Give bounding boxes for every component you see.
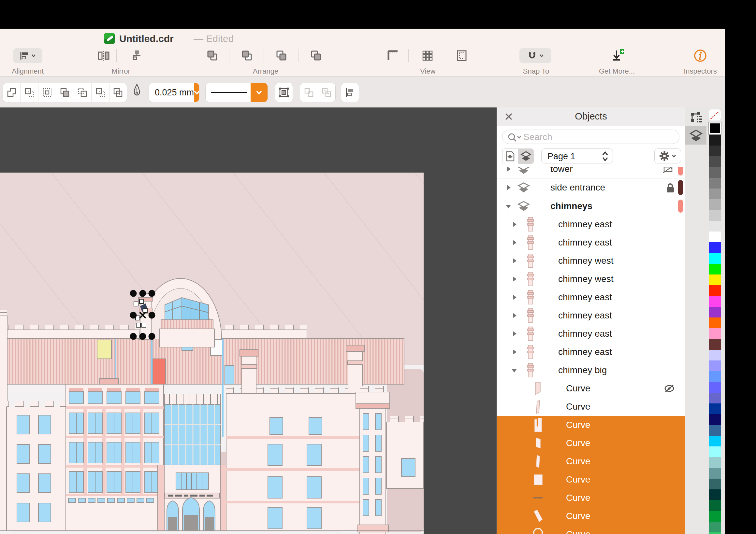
color-swatch[interactable] xyxy=(709,199,721,210)
color-swatch[interactable] xyxy=(709,500,721,511)
divide-icon[interactable] xyxy=(74,83,92,102)
disclosure-right-icon[interactable] xyxy=(511,239,518,246)
object-row[interactable]: Curve xyxy=(497,397,685,416)
object-row[interactable]: Curve xyxy=(497,525,685,534)
color-swatch[interactable] xyxy=(709,350,721,361)
disclosure-right-icon[interactable] xyxy=(511,221,518,228)
structure-icon[interactable] xyxy=(130,49,143,63)
bring-forward-icon[interactable] xyxy=(240,49,254,63)
object-row[interactable]: chimney west xyxy=(497,252,685,270)
search-field[interactable] xyxy=(502,130,679,144)
send-back-icon[interactable] xyxy=(310,49,323,63)
layer-row[interactable]: chimneys xyxy=(497,197,685,215)
page-guides-icon[interactable] xyxy=(456,49,469,63)
alignment-button[interactable] xyxy=(13,48,42,63)
grid-icon[interactable] xyxy=(421,49,434,63)
color-swatch[interactable] xyxy=(709,122,721,134)
disclosure-right-icon[interactable] xyxy=(505,167,512,173)
color-swatch[interactable] xyxy=(709,167,721,178)
send-backward-icon[interactable] xyxy=(275,49,288,63)
object-row[interactable]: Curve xyxy=(497,507,685,525)
color-swatch[interactable] xyxy=(709,318,721,328)
color-swatch[interactable] xyxy=(709,221,721,232)
lock-icon[interactable] xyxy=(665,182,675,195)
object-row[interactable]: chimney east xyxy=(497,325,685,343)
object-row[interactable]: chimney west xyxy=(497,270,685,288)
layer-row[interactable]: tower xyxy=(497,167,685,178)
search-input[interactable] xyxy=(523,131,674,143)
color-swatch[interactable] xyxy=(709,339,721,350)
color-swatch[interactable] xyxy=(709,361,721,371)
ungroup-icon[interactable] xyxy=(300,83,318,102)
color-swatch[interactable] xyxy=(709,414,721,425)
disclosure-right-icon[interactable] xyxy=(511,275,518,283)
color-swatch[interactable] xyxy=(709,210,721,221)
flip-horizontal-icon[interactable] xyxy=(97,49,110,63)
color-swatch[interactable] xyxy=(709,285,721,296)
color-swatch[interactable] xyxy=(709,307,721,318)
bring-front-icon[interactable] xyxy=(206,49,219,63)
no-color-swatch[interactable] xyxy=(709,110,721,120)
info-circle-icon[interactable] xyxy=(693,49,707,63)
color-swatch[interactable] xyxy=(709,511,721,521)
color-swatch[interactable] xyxy=(709,479,721,489)
object-row[interactable]: chimney east xyxy=(497,215,685,234)
snap-to-button[interactable] xyxy=(520,48,551,63)
panel-options-button[interactable] xyxy=(654,148,681,164)
pen-nib-icon[interactable] xyxy=(130,84,143,98)
page-selector[interactable]: Page 1 xyxy=(541,148,613,164)
line-style-dropdown[interactable] xyxy=(205,83,268,102)
combine-icon[interactable] xyxy=(110,83,127,102)
stroke-width-dropdown[interactable]: 0.025 mm xyxy=(148,83,200,102)
object-row[interactable]: chimney east xyxy=(497,306,685,325)
color-swatch[interactable] xyxy=(709,382,721,393)
color-swatch[interactable] xyxy=(709,489,721,500)
color-swatch[interactable] xyxy=(709,446,721,457)
color-swatch[interactable] xyxy=(709,532,721,534)
layer-color-tag[interactable] xyxy=(678,180,683,195)
object-row[interactable]: Curve xyxy=(497,379,685,397)
object-row[interactable]: Curve xyxy=(497,489,685,507)
color-swatch[interactable] xyxy=(709,425,721,436)
intersect-icon[interactable] xyxy=(39,83,56,102)
disclosure-right-icon[interactable] xyxy=(511,294,518,301)
object-row[interactable]: Curve xyxy=(497,416,685,434)
layer-color-tag[interactable] xyxy=(678,167,683,175)
color-swatch[interactable] xyxy=(709,178,721,189)
color-swatch[interactable] xyxy=(709,145,721,156)
object-row[interactable]: chimney east xyxy=(497,288,685,306)
hidden-icon[interactable] xyxy=(662,167,675,176)
color-swatch[interactable] xyxy=(709,436,721,446)
exclude-icon[interactable] xyxy=(56,83,74,102)
color-swatch[interactable] xyxy=(709,253,721,264)
object-row[interactable]: Curve xyxy=(497,452,685,470)
color-swatch[interactable] xyxy=(709,328,721,339)
color-swatch[interactable] xyxy=(709,296,721,307)
object-row[interactable]: Curve xyxy=(497,434,685,452)
object-row[interactable]: chimney east xyxy=(497,234,685,252)
group-objects-button[interactable] xyxy=(275,83,293,102)
color-swatch[interactable] xyxy=(709,457,721,468)
disclosure-right-icon[interactable] xyxy=(511,330,518,337)
color-swatch[interactable] xyxy=(709,156,721,167)
color-swatch[interactable] xyxy=(709,403,721,414)
layer-row[interactable]: side entrance xyxy=(497,178,685,197)
color-swatch[interactable] xyxy=(709,393,721,403)
align-panel-button[interactable] xyxy=(341,83,359,102)
pages-view-icon[interactable] xyxy=(502,149,518,164)
object-row[interactable]: Curve xyxy=(497,470,685,489)
disclosure-right-icon[interactable] xyxy=(511,257,518,265)
layers-view-icon[interactable] xyxy=(518,149,534,164)
disclosure-right-icon[interactable] xyxy=(511,348,518,356)
color-swatch[interactable] xyxy=(709,521,721,532)
color-swatch[interactable] xyxy=(709,468,721,479)
union-icon[interactable] xyxy=(3,83,20,102)
object-row[interactable]: chimney east xyxy=(497,343,685,361)
color-swatch[interactable] xyxy=(709,232,721,242)
disclosure-down-icon[interactable] xyxy=(511,367,518,374)
disclosure-right-icon[interactable] xyxy=(505,184,512,191)
rulers-icon[interactable] xyxy=(387,49,399,63)
object-row[interactable]: chimney big xyxy=(497,361,685,379)
download-plus-icon[interactable] xyxy=(611,49,624,63)
color-swatch[interactable] xyxy=(709,189,721,199)
